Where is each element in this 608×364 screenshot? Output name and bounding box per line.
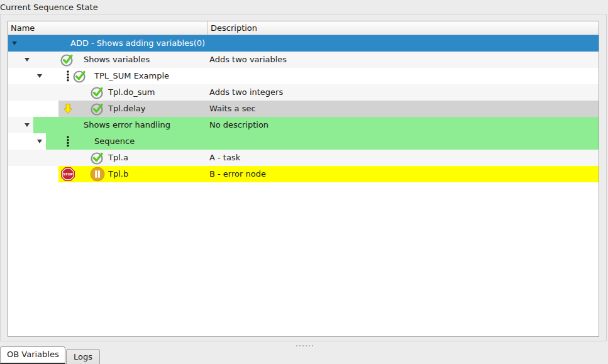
bottom-tab-bar: OB Variables Logs: [0, 342, 608, 364]
expander-icon[interactable]: [37, 74, 42, 78]
tree-row[interactable]: Sequence: [8, 133, 599, 150]
row-description-label: Adds two integers: [209, 84, 283, 101]
expander-icon[interactable]: [25, 58, 30, 62]
row-description-label: Adds two variables: [209, 52, 287, 68]
tree-row[interactable]: Tpl.delayWaits a sec: [8, 101, 599, 117]
row-name-label: ADD - Shows adding variables(0): [70, 35, 205, 52]
svg-text:STOP: STOP: [63, 172, 73, 176]
dots-icon: [60, 134, 75, 149]
check-icon: [60, 52, 75, 67]
tree-row[interactable]: Shows error handlingNo description: [8, 117, 599, 133]
tree-row[interactable]: Tpl.aA - task: [8, 150, 599, 166]
row-description-label: Waits a sec: [209, 101, 256, 117]
pause-icon: [90, 167, 105, 182]
check-icon: [90, 150, 105, 165]
tree-row[interactable]: Shows variablesAdds two variables: [8, 52, 599, 68]
tree-row[interactable]: STOPTpl.bB - error node: [8, 166, 599, 182]
expander-icon[interactable]: [12, 41, 17, 45]
row-name-label: Shows variables: [84, 52, 150, 68]
expander-icon[interactable]: [37, 140, 42, 143]
arrow-down-icon: [60, 101, 75, 116]
tree-row[interactable]: TPL_SUM Example: [8, 68, 599, 84]
row-name-label: Tpl.do_sum: [108, 84, 155, 101]
expander-icon[interactable]: [25, 123, 30, 127]
check-icon: [90, 85, 105, 100]
row-description-label: B - error node: [209, 166, 266, 182]
row-state-highlight: [58, 166, 599, 182]
check-icon: [90, 101, 105, 116]
row-name-label: TPL_SUM Example: [94, 68, 169, 84]
tree-header: Name Description: [8, 21, 599, 35]
tree-rows: ADD - Shows adding variables(0)Shows var…: [8, 35, 599, 182]
column-header-description[interactable]: Description: [208, 21, 599, 35]
tab-logs[interactable]: Logs: [66, 349, 100, 364]
stop-icon: STOP: [60, 167, 75, 182]
column-header-name[interactable]: Name: [8, 21, 208, 35]
row-name-label: Shows error handling: [84, 117, 170, 133]
row-name-label: Tpl.delay: [108, 101, 145, 117]
panel-title: Current Sequence State: [0, 3, 98, 12]
row-name-label: Tpl.b: [108, 166, 128, 182]
sequence-tree: Name Description ADD - Shows adding vari…: [8, 21, 599, 337]
row-name-label: Sequence: [94, 133, 135, 150]
tab-ob-variables[interactable]: OB Variables: [0, 346, 65, 364]
row-description-label: A - task: [209, 150, 240, 166]
check-icon: [72, 69, 87, 84]
tree-row[interactable]: Tpl.do_sumAdds two integers: [8, 84, 599, 101]
row-description-label: No description: [209, 117, 268, 133]
tree-row[interactable]: ADD - Shows adding variables(0): [8, 35, 599, 52]
row-name-label: Tpl.a: [108, 150, 128, 166]
